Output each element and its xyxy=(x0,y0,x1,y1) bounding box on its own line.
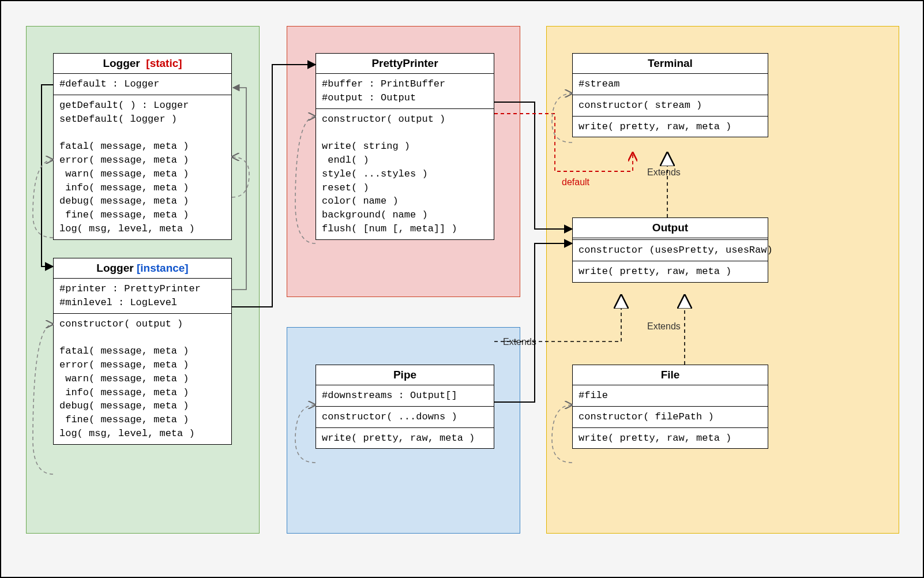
class-title: Logger [static] xyxy=(54,54,231,74)
class-logger-instance: Logger [instance] #printer : PrettyPrint… xyxy=(53,258,232,445)
class-ops: constructor( ...downs ) xyxy=(316,407,494,428)
label-extends: Extends xyxy=(503,337,536,347)
label-extends: Extends xyxy=(647,167,681,178)
class-ops: getDefault( ) : Logger setDefault( logge… xyxy=(54,95,231,239)
class-title: File xyxy=(573,365,768,385)
class-name: Logger xyxy=(103,57,140,69)
class-ops: constructor( stream ) xyxy=(573,95,768,117)
class-attrs: #printer : PrettyPrinter #minlevel : Log… xyxy=(54,279,231,314)
class-ops: constructor( output ) write( string ) en… xyxy=(316,109,494,239)
class-title: Logger [instance] xyxy=(54,258,231,279)
class-logger-static: Logger [static] #default : Logger getDef… xyxy=(53,53,232,240)
class-attrs: #file xyxy=(573,385,768,407)
class-attrs: #default : Logger xyxy=(54,74,231,95)
class-ops2: write( pretty, raw, meta ) xyxy=(573,261,768,282)
class-title: PrettyPrinter xyxy=(316,54,494,74)
class-ops: constructor (usesPretty, usesRaw) xyxy=(573,240,768,261)
class-attrs: #buffer : PrintBuffer #output : Output xyxy=(316,74,494,109)
class-title: Output xyxy=(573,218,768,240)
class-title: Terminal xyxy=(573,54,768,74)
class-pipe: Pipe #downstreams : Output[] constructor… xyxy=(315,365,494,449)
class-prettyprinter: PrettyPrinter #buffer : PrintBuffer #out… xyxy=(315,53,494,240)
label-extends: Extends xyxy=(647,321,681,332)
class-file: File #file constructor( filePath ) write… xyxy=(572,365,768,449)
diagram-canvas: Logger [static] #default : Logger getDef… xyxy=(0,0,924,578)
class-title: Pipe xyxy=(316,365,494,385)
class-name: Logger xyxy=(96,262,133,274)
class-tag: [instance] xyxy=(137,262,189,274)
class-ops: constructor( output ) fatal( message, me… xyxy=(54,314,231,444)
label-default: default xyxy=(562,177,589,187)
class-attrs: #stream xyxy=(573,74,768,95)
class-tag: [static] xyxy=(146,57,182,69)
class-ops: constructor( filePath ) xyxy=(573,407,768,428)
class-ops2: write( pretty, raw, meta ) xyxy=(573,428,768,449)
class-terminal: Terminal #stream constructor( stream ) w… xyxy=(572,53,768,137)
class-attrs: #downstreams : Output[] xyxy=(316,385,494,407)
class-output: Output constructor (usesPretty, usesRaw)… xyxy=(572,217,768,283)
class-ops2: write( pretty, raw, meta ) xyxy=(316,428,494,449)
class-ops2: write( pretty, raw, meta ) xyxy=(573,117,768,137)
